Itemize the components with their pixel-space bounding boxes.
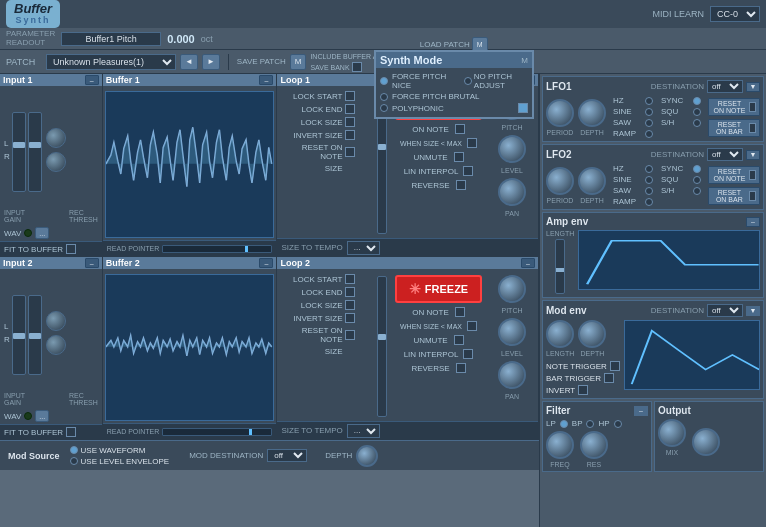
lfo1-hz-radio[interactable] [645,97,653,105]
input2-toggle-button[interactable]: – [85,258,99,268]
lfo2-saw-radio[interactable] [645,187,653,195]
polyphonic-radio[interactable] [380,104,388,112]
loop2-pitch-knob[interactable] [498,275,526,303]
input1-thresh-knob[interactable] [46,152,66,172]
loop1-unmute-checkbox[interactable] [454,152,464,162]
loop1-lock-end-checkbox[interactable] [345,104,355,114]
lfo1-sh-radio[interactable] [693,119,701,127]
lfo1-sync-radio[interactable] [693,97,701,105]
mod-env-length-knob[interactable] [546,320,574,348]
lfo2-dropdown-icon[interactable]: ▼ [746,150,760,160]
loop2-freeze-button[interactable]: ✳ FREEZE [395,275,482,303]
lfo1-ramp-radio[interactable] [645,130,653,138]
lfo1-saw-radio[interactable] [645,119,653,127]
lfo2-reset-on-bar-button[interactable]: RESET ON BAR [708,187,760,205]
save-bank-checkbox[interactable] [352,62,362,72]
amp-env-length-fader[interactable] [555,239,565,294]
lfo2-sync-radio[interactable] [693,165,701,173]
input1-wav-led[interactable] [24,229,32,237]
loop1-invert-size-checkbox[interactable] [345,130,355,140]
loop2-lin-interpol-checkbox[interactable] [463,349,473,359]
loop1-level-knob[interactable] [498,135,526,163]
loop2-on-note-checkbox[interactable] [455,307,465,317]
lfo2-period-knob[interactable] [546,167,574,195]
save-patch-button[interactable]: M [290,54,307,70]
lfo1-period-knob[interactable] [546,99,574,127]
input2-wav-led[interactable] [24,412,32,420]
buffer1-read-pointer-track[interactable] [162,245,272,253]
lfo1-sine-radio[interactable] [645,108,653,116]
synth-mode-close-button[interactable]: M [521,56,528,65]
input2-l-fader[interactable] [12,295,26,375]
mod-depth-knob[interactable] [356,445,378,467]
loop2-size-to-tempo-select[interactable]: ... [347,424,380,438]
lfo2-hz-radio[interactable] [645,165,653,173]
loop1-size-to-tempo-select[interactable]: ... [347,241,380,255]
use-waveform-radio[interactable] [70,446,78,454]
loop1-lock-size-checkbox[interactable] [345,117,355,127]
loop2-lock-end-checkbox[interactable] [345,287,355,297]
loop2-unmute-checkbox[interactable] [454,335,464,345]
loop1-lin-interpol-checkbox[interactable] [463,166,473,176]
loop2-toggle-button[interactable]: – [521,258,535,268]
loop2-invert-size-checkbox[interactable] [345,313,355,323]
loop2-pan-knob[interactable] [498,361,526,389]
input2-gain-knob[interactable] [46,311,66,331]
lfo1-reset-on-note-button[interactable]: RESET ON NOTE [708,98,760,116]
polyphonic-checkbox[interactable] [518,103,528,113]
loop2-lock-size-checkbox[interactable] [345,300,355,310]
lfo2-ramp-radio[interactable] [645,198,653,206]
patch-dropdown[interactable]: Unknown Pleasures(1) [46,54,176,70]
lfo1-reset-on-bar-button[interactable]: RESET ON BAR [708,119,760,137]
loop2-size-fader[interactable] [377,276,387,417]
lfo2-sine-radio[interactable] [645,176,653,184]
use-level-radio[interactable] [70,457,78,465]
no-pitch-adjust-radio[interactable] [464,77,472,85]
mod-env-note-trigger-checkbox[interactable] [610,361,620,371]
filter-hp-radio[interactable] [614,420,622,428]
lfo1-depth-knob[interactable] [578,99,606,127]
input2-fit-checkbox[interactable] [66,427,76,437]
loop1-reset-on-note-checkbox[interactable] [345,147,355,157]
loop1-pan-knob[interactable] [498,178,526,206]
loop2-reset-on-note-checkbox[interactable] [345,330,355,340]
input2-thresh-knob[interactable] [46,335,66,355]
input1-gain-knob[interactable] [46,128,66,148]
loop2-lock-start-checkbox[interactable] [345,274,355,284]
lfo1-squ-radio[interactable] [693,108,701,116]
lfo2-reset-bar-checkbox[interactable] [749,191,756,201]
input2-wav-button[interactable]: ... [35,410,49,422]
buffer2-toggle-button[interactable]: – [259,258,273,268]
input1-wav-button[interactable]: ... [35,227,49,239]
mod-dest-select[interactable]: off [267,449,307,462]
lfo2-reset-note-checkbox[interactable] [749,170,756,180]
filter-lp-radio[interactable] [560,420,568,428]
filter-res-knob[interactable] [580,431,608,459]
input2-r-fader[interactable] [28,295,42,375]
lfo2-depth-knob[interactable] [578,167,606,195]
prev-patch-button[interactable]: ◄ [180,54,198,70]
force-pitch-brutal-radio[interactable] [380,93,388,101]
buffer1-toggle-button[interactable]: – [259,75,273,85]
lfo2-sh-radio[interactable] [693,187,701,195]
lfo2-squ-radio[interactable] [693,176,701,184]
loop2-level-knob[interactable] [498,318,526,346]
lfo1-reset-bar-checkbox[interactable] [749,123,756,133]
loop2-when-size-checkbox[interactable] [467,321,477,331]
input1-toggle-button[interactable]: – [85,75,99,85]
midi-channel-select[interactable]: CC-0 [710,6,760,22]
filter-freq-knob[interactable] [546,431,574,459]
lfo2-dest-select[interactable]: off [707,148,743,161]
input1-r-fader[interactable] [28,112,42,192]
next-patch-button[interactable]: ► [202,54,220,70]
filter-bp-radio[interactable] [586,420,594,428]
mod-env-invert-checkbox[interactable] [578,385,588,395]
input1-l-fader[interactable] [12,112,26,192]
mod-env-depth-knob[interactable] [578,320,606,348]
loop1-lock-start-checkbox[interactable] [345,91,355,101]
amp-env-collapse-icon[interactable]: – [746,217,760,227]
loop1-reverse-checkbox[interactable] [456,180,466,190]
loop2-reverse-checkbox[interactable] [456,363,466,373]
lfo1-dest-select[interactable]: off [707,80,743,93]
mod-env-dropdown-icon[interactable]: ▼ [746,306,760,316]
